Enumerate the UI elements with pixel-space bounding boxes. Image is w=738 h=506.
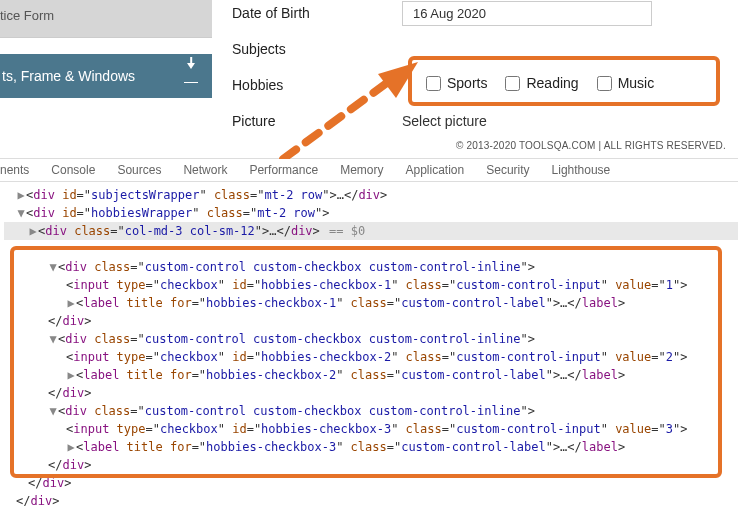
dob-input[interactable]: 16 Aug 2020 bbox=[402, 1, 652, 26]
checkbox-music[interactable]: Music bbox=[597, 75, 655, 91]
checkbox-reading-label: Reading bbox=[526, 75, 578, 91]
tab-console[interactable]: Console bbox=[51, 163, 95, 177]
checkbox-sports-input[interactable] bbox=[426, 76, 441, 91]
tab-network[interactable]: Network bbox=[183, 163, 227, 177]
dob-label: Date of Birth bbox=[232, 5, 402, 21]
sidebar-nav-item[interactable]: ts, Frame & Windows bbox=[0, 54, 212, 98]
checkbox-sports-label: Sports bbox=[447, 75, 487, 91]
footer-text: © 2013-2020 TOOLSQA.COM | ALL RIGHTS RES… bbox=[456, 140, 726, 151]
checkbox-sports[interactable]: Sports bbox=[426, 75, 487, 91]
checkbox-reading-input[interactable] bbox=[505, 76, 520, 91]
dom-selected-row[interactable]: ▶<div class="col-md-3 col-sm-12">…</div>… bbox=[4, 222, 738, 240]
select-picture-button[interactable]: Select picture bbox=[402, 113, 487, 129]
tab-lighthouse[interactable]: Lighthouse bbox=[552, 163, 611, 177]
checkbox-reading[interactable]: Reading bbox=[505, 75, 578, 91]
picture-label: Picture bbox=[232, 113, 402, 129]
sidebar-nav-label: ts, Frame & Windows bbox=[0, 68, 135, 84]
hobbies-label: Hobbies bbox=[232, 77, 402, 93]
tab-elements[interactable]: nents bbox=[0, 163, 29, 177]
tab-sources[interactable]: Sources bbox=[117, 163, 161, 177]
checkbox-music-label: Music bbox=[618, 75, 655, 91]
download-icon bbox=[184, 69, 198, 83]
tab-security[interactable]: Security bbox=[486, 163, 529, 177]
checkbox-music-input[interactable] bbox=[597, 76, 612, 91]
hobbies-highlight-box: Sports Reading Music bbox=[408, 56, 720, 106]
tab-memory[interactable]: Memory bbox=[340, 163, 383, 177]
tab-performance[interactable]: Performance bbox=[249, 163, 318, 177]
devtools-tabs: nents Console Sources Network Performanc… bbox=[0, 159, 738, 182]
subjects-label: Subjects bbox=[232, 41, 402, 57]
dom-tree[interactable]: ▶<div id="subjectsWrapper" class="mt-2 r… bbox=[0, 182, 738, 506]
sidebar-header: tice Form bbox=[0, 0, 212, 38]
tab-application[interactable]: Application bbox=[405, 163, 464, 177]
